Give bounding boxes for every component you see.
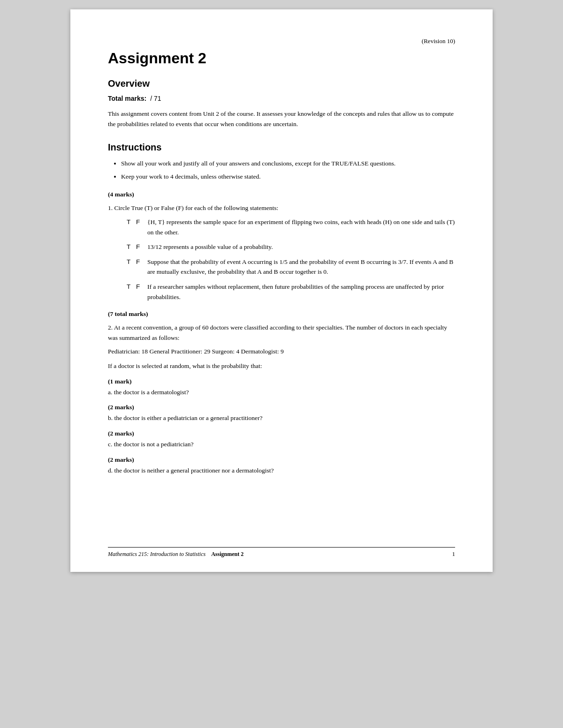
- page: (Revision 10) Assignment 2 Overview Tota…: [70, 9, 493, 572]
- q2a-label: a.: [108, 389, 114, 396]
- q2d-marks: (2 marks): [108, 456, 455, 464]
- tf-row-3: T F Suppose that the probability of even…: [127, 257, 455, 277]
- q2b-question: the doctor is either a pediatrician or a…: [114, 414, 263, 421]
- instruction-item-2: Keep your work to 4 decimals, unless oth…: [121, 172, 455, 182]
- q2a-text: a. the doctor is a dermatologist?: [108, 387, 455, 398]
- tf-t-3: T: [127, 257, 136, 267]
- specialty-line: Pediatrician: 18 General Practitioner: 2…: [108, 346, 455, 357]
- total-marks-label: Total marks:: [108, 95, 146, 102]
- tf-f-2: F: [136, 242, 147, 252]
- tf-text-1: {H, T} represents the sample space for a…: [147, 217, 455, 237]
- q1-marks-heading: (4 marks): [108, 191, 455, 198]
- footer-course: Mathematics 215: Introduction to Statist…: [108, 551, 205, 557]
- tf-table: T F {H, T} represents the sample space f…: [127, 217, 455, 302]
- question-2-block: (7 total marks) 2. At a recent conventio…: [108, 310, 455, 475]
- instructions-heading: Instructions: [108, 142, 455, 153]
- footer-page-number: 1: [452, 550, 456, 558]
- q2d-text: d. the doctor is neither a general pract…: [108, 465, 455, 476]
- q1-question-text: 1. Circle True (T) or False (F) for each…: [108, 203, 455, 213]
- total-marks-value: / 71: [150, 95, 161, 102]
- footer-assignment: Assignment 2: [211, 551, 243, 557]
- question-1-block: (4 marks) 1. Circle True (T) or False (F…: [108, 191, 455, 302]
- revision-text: (Revision 10): [108, 38, 455, 45]
- q2b-label: b.: [108, 414, 114, 421]
- tf-t-4: T: [127, 282, 136, 292]
- q2c-label: c.: [108, 441, 114, 448]
- q2d-question: the doctor is neither a general practiti…: [114, 467, 274, 474]
- q2b-marks: (2 marks): [108, 404, 455, 411]
- q2c-question: the doctor is not a pediatrician?: [114, 441, 194, 448]
- tf-f-1: F: [136, 217, 147, 227]
- q2-intro: 2. At a recent convention, a group of 60…: [108, 323, 455, 343]
- tf-row-1: T F {H, T} represents the sample space f…: [127, 217, 455, 237]
- tf-t-1: T: [127, 217, 136, 227]
- instructions-list: Show all your work and justify all of yo…: [121, 158, 455, 181]
- tf-row-2: T F 13/12 represents a possible value of…: [127, 242, 455, 252]
- total-marks-row: Total marks: / 71: [108, 95, 455, 102]
- overview-description: This assignment covers content from Unit…: [108, 109, 455, 129]
- tf-text-2: 13/12 represents a possible value of a p…: [147, 242, 455, 252]
- q2c-marks: (2 marks): [108, 430, 455, 437]
- tf-f-4: F: [136, 282, 147, 292]
- instruction-item-1: Show all your work and justify all of yo…: [121, 158, 455, 169]
- tf-f-3: F: [136, 257, 147, 267]
- q2b-text: b. the doctor is either a pediatrician o…: [108, 413, 455, 423]
- q2c-text: c. the doctor is not a pediatrician?: [108, 439, 455, 450]
- q2d-label: d.: [108, 467, 114, 474]
- tf-text-4: If a researcher samples without replacem…: [147, 282, 455, 302]
- q2a-marks: (1 mark): [108, 378, 455, 385]
- footer-left: Mathematics 215: Introduction to Statist…: [108, 551, 243, 558]
- tf-t-2: T: [127, 242, 136, 252]
- overview-heading: Overview: [108, 78, 455, 89]
- page-title: Assignment 2: [108, 50, 455, 67]
- tf-text-3: Suppose that the probability of event A …: [147, 257, 455, 277]
- tf-row-4: T F If a researcher samples without repl…: [127, 282, 455, 302]
- page-footer: Mathematics 215: Introduction to Statist…: [108, 547, 455, 558]
- q2-followup: If a doctor is selected at random, what …: [108, 361, 455, 371]
- instructions-section: Instructions Show all your work and just…: [108, 142, 455, 181]
- q2-marks-heading: (7 total marks): [108, 310, 455, 318]
- q2a-question: the doctor is a dermatologist?: [114, 389, 189, 396]
